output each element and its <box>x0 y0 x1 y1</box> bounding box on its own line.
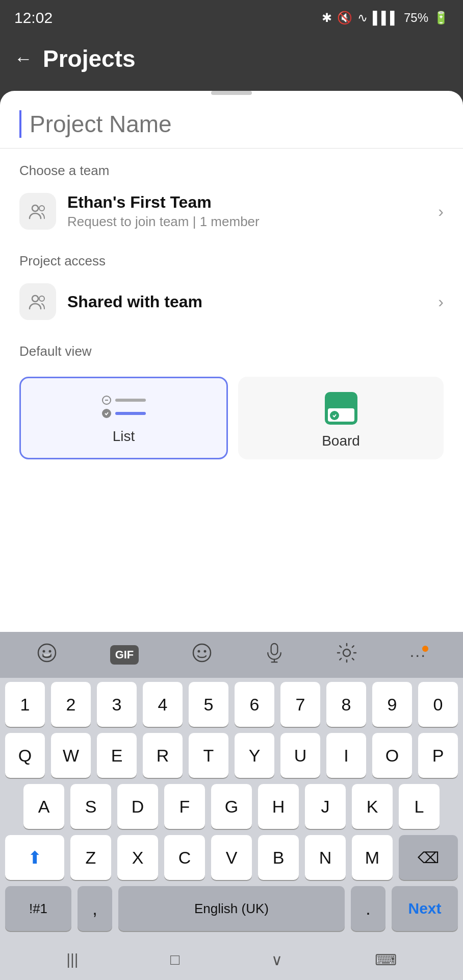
key-s[interactable]: S <box>70 784 111 829</box>
key-5[interactable]: 5 <box>189 682 228 727</box>
svg-point-10 <box>204 650 207 652</box>
key-2[interactable]: 2 <box>51 682 91 727</box>
space-key[interactable]: English (UK) <box>118 886 345 931</box>
list-line-1 <box>115 399 146 402</box>
shift-key[interactable]: ⬆ <box>5 835 64 880</box>
drag-handle[interactable] <box>211 91 252 95</box>
board-inner <box>328 408 354 422</box>
key-c[interactable]: C <box>164 835 205 880</box>
key-g[interactable]: G <box>211 784 252 829</box>
view-card-board[interactable]: Board <box>238 377 444 459</box>
key-w[interactable]: W <box>51 733 91 778</box>
key-j[interactable]: J <box>305 784 346 829</box>
gif-button[interactable]: GIF <box>110 645 139 665</box>
list-view-label: List <box>113 428 135 445</box>
key-4[interactable]: 4 <box>143 682 183 727</box>
comma-key[interactable]: , <box>78 886 112 931</box>
team-icon <box>19 193 56 230</box>
key-b[interactable]: B <box>258 835 299 880</box>
key-e[interactable]: E <box>97 733 137 778</box>
key-0[interactable]: 0 <box>418 682 458 727</box>
key-l[interactable]: L <box>399 784 440 829</box>
key-u[interactable]: U <box>280 733 320 778</box>
sticker-button[interactable] <box>37 643 57 668</box>
list-check-unchecked <box>102 396 111 405</box>
choose-team-label: Choose a team <box>0 149 463 184</box>
key-9[interactable]: 9 <box>372 682 412 727</box>
svg-point-0 <box>32 205 38 211</box>
status-icons: ✱ 🔇 ∿ ▌▌▌ 75% 🔋 <box>322 11 449 25</box>
key-3[interactable]: 3 <box>97 682 137 727</box>
battery-icon: 🔋 <box>433 11 449 25</box>
keyboard-toolbar: GIF ··· <box>0 632 463 678</box>
key-p[interactable]: P <box>418 733 458 778</box>
battery-indicator: 75% <box>404 11 428 25</box>
key-y[interactable]: Y <box>235 733 274 778</box>
backspace-key[interactable]: ⌫ <box>399 835 458 880</box>
view-cards: List Board <box>19 377 444 459</box>
key-r[interactable]: R <box>143 733 183 778</box>
team-subtitle: Request to join team | 1 member <box>67 214 427 230</box>
period-key[interactable]: . <box>351 886 385 931</box>
key-i[interactable]: I <box>326 733 366 778</box>
key-z[interactable]: Z <box>70 835 111 880</box>
key-t[interactable]: T <box>189 733 228 778</box>
key-8[interactable]: 8 <box>326 682 366 727</box>
qwerty-row: Q W E R T Y U I O P <box>5 733 458 778</box>
symbols-key[interactable]: !#1 <box>5 886 71 931</box>
svg-point-8 <box>193 644 211 662</box>
svg-point-6 <box>42 650 45 652</box>
asdf-row: A S D F G H J K L <box>5 784 458 829</box>
more-button[interactable]: ··· <box>409 646 426 665</box>
wifi-icon: ∿ <box>357 11 368 25</box>
team-chevron: › <box>438 202 444 221</box>
emoji-button[interactable] <box>192 643 212 668</box>
key-v[interactable]: V <box>211 835 252 880</box>
access-selector[interactable]: Shared with team › <box>0 274 463 329</box>
key-m[interactable]: M <box>352 835 393 880</box>
keyboard-rows: 1 2 3 4 5 6 7 8 9 0 Q W E R T Y U I O P … <box>0 678 463 939</box>
svg-point-1 <box>39 206 44 211</box>
key-7[interactable]: 7 <box>280 682 320 727</box>
zxcv-row: ⬆ Z X C V B N M ⌫ <box>5 835 458 880</box>
mute-icon: 🔇 <box>337 11 352 25</box>
key-h[interactable]: H <box>258 784 299 829</box>
keyboard-settings-button[interactable] <box>337 643 357 668</box>
nav-keyboard-button[interactable]: ⌨ <box>375 951 397 969</box>
status-time: 12:02 <box>14 9 53 27</box>
access-chevron: › <box>438 292 444 311</box>
key-d[interactable]: D <box>117 784 158 829</box>
key-6[interactable]: 6 <box>235 682 274 727</box>
key-o[interactable]: O <box>372 733 412 778</box>
svg-point-3 <box>39 296 44 301</box>
team-selector[interactable]: Ethan's First Team Request to join team … <box>0 184 463 239</box>
list-line-2 <box>115 412 146 415</box>
nav-back-button[interactable]: ||| <box>66 951 78 968</box>
board-view-icon <box>325 392 357 425</box>
nav-home-button[interactable]: □ <box>170 951 179 968</box>
svg-point-5 <box>38 644 56 662</box>
key-f[interactable]: F <box>164 784 205 829</box>
key-k[interactable]: K <box>352 784 393 829</box>
next-key[interactable]: Next <box>392 886 458 931</box>
bottom-row: !#1 , English (UK) . Next <box>5 886 458 931</box>
project-name-input[interactable] <box>19 110 444 138</box>
number-row: 1 2 3 4 5 6 7 8 9 0 <box>5 682 458 727</box>
key-1[interactable]: 1 <box>5 682 45 727</box>
status-bar: 12:02 ✱ 🔇 ∿ ▌▌▌ 75% 🔋 <box>0 0 463 36</box>
svg-point-2 <box>32 296 38 302</box>
bluetooth-icon: ✱ <box>322 11 332 25</box>
view-card-list[interactable]: List <box>19 377 228 459</box>
keyboard: GIF ··· 1 2 3 4 5 6 7 8 9 0 Q W E <box>0 632 463 980</box>
project-access-label: Project access <box>0 239 463 274</box>
key-q[interactable]: Q <box>5 733 45 778</box>
svg-point-14 <box>343 649 350 656</box>
nav-down-button[interactable]: ∨ <box>271 951 282 969</box>
key-a[interactable]: A <box>23 784 64 829</box>
key-n[interactable]: N <box>305 835 346 880</box>
mic-button[interactable] <box>265 643 284 668</box>
page-title: Projects <box>43 45 136 72</box>
back-button[interactable]: ← <box>14 48 33 69</box>
key-x[interactable]: X <box>117 835 158 880</box>
svg-point-9 <box>198 650 200 652</box>
